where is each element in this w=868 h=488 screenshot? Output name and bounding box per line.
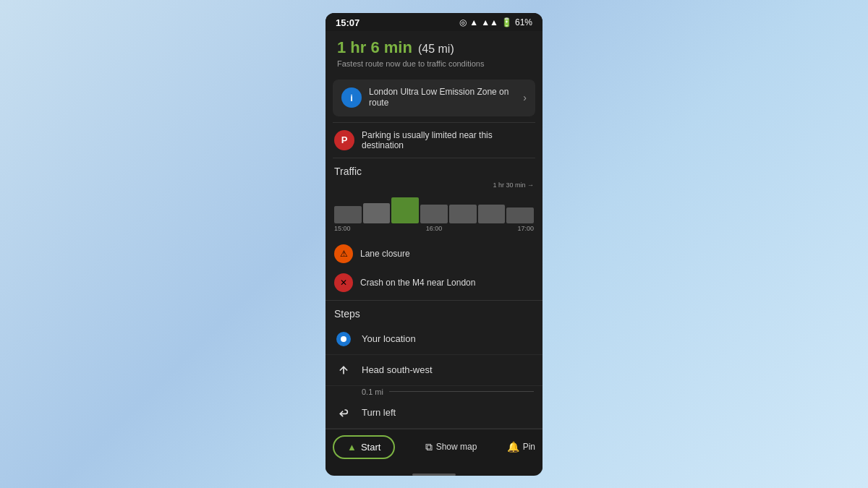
traffic-bar-7 (506, 207, 534, 223)
traffic-chart: 1 hr 30 min → 15:00 16:00 17:00 (326, 181, 542, 239)
status-time: 15:07 (336, 17, 359, 28)
parking-text: Parking is usually limited near this des… (362, 130, 534, 150)
bottom-bar: ▲ Start ⧉ Show map 🔔 Pin (326, 429, 542, 471)
distance-text: 0.1 mi (362, 388, 383, 396)
ulez-chevron-icon: › (523, 92, 527, 103)
step-row-head-sw: Head south-west (326, 355, 542, 386)
status-bar: 15:07 ◎ ▲ ▲▲ 🔋 61% (326, 13, 542, 31)
ulez-text: London Ultra Low Emission Zone on route (369, 87, 523, 109)
step-text-turn-left: Turn left (362, 407, 396, 418)
pin-icon: 🔔 (507, 441, 519, 453)
ulez-info-icon: i (341, 87, 362, 108)
traffic-section-title: Traffic (326, 158, 542, 181)
step-row-location: Your location (326, 324, 542, 355)
incident-text-2: Crash on the M4 near London (360, 278, 475, 288)
traffic-bar-1 (334, 206, 362, 223)
parking-row: P Parking is usually limited near this d… (326, 123, 542, 158)
pin-label: Pin (523, 442, 535, 452)
signal-icon: ▲▲ (481, 17, 498, 27)
show-map-label: Show map (436, 442, 477, 452)
route-header: 1 hr 6 min (45 mi) Fastest route now due… (326, 31, 542, 74)
steps-section-title: Steps (326, 300, 542, 324)
wifi-icon: ▲ (469, 17, 478, 27)
traffic-label-1500: 15:00 (334, 225, 351, 232)
traffic-label-1600: 16:00 (426, 225, 443, 232)
start-icon: ▲ (347, 442, 357, 453)
traffic-time-label: 1 hr 30 min → (493, 181, 534, 189)
distance-line (389, 391, 534, 392)
route-duration: 1 hr 6 min (337, 38, 412, 57)
location-step-icon (334, 330, 353, 348)
parking-icon: P (334, 130, 354, 150)
phone-container: 15:07 ◎ ▲ ▲▲ 🔋 61% 1 hr 6 min (45 mi) Fa… (326, 13, 542, 476)
turn-left-icon (334, 403, 353, 422)
step-text-location: Your location (362, 333, 416, 344)
incident-text-1: Lane closure (360, 249, 410, 259)
traffic-bar-2 (363, 203, 391, 223)
home-indicator (412, 474, 456, 476)
step-row-turn-left: Turn left (326, 398, 542, 429)
traffic-bar-4 (420, 205, 448, 223)
lane-closure-icon: ⚠ (334, 244, 353, 263)
status-icons: ◎ ▲ ▲▲ 🔋 61% (459, 17, 532, 27)
route-time-row: 1 hr 6 min (45 mi) (337, 38, 531, 57)
scroll-content[interactable]: 1 hr 6 min (45 mi) Fastest route now due… (326, 31, 542, 429)
show-map-icon: ⧉ (425, 441, 433, 453)
step-text-head-sw: Head south-west (362, 364, 433, 375)
traffic-bars (334, 197, 534, 223)
traffic-bar-3 (391, 197, 419, 223)
traffic-bar-6 (478, 205, 506, 223)
incident-row-1: ⚠ Lane closure (326, 239, 542, 268)
start-label: Start (361, 442, 380, 453)
route-subtitle: Fastest route now due to traffic conditi… (337, 59, 531, 68)
traffic-label-1700: 17:00 (517, 225, 534, 232)
traffic-labels: 15:00 16:00 17:00 (334, 223, 534, 236)
battery-percent: 61% (515, 17, 532, 27)
pin-button[interactable]: 🔔 Pin (507, 441, 535, 453)
distance-row: 0.1 mi (326, 386, 542, 398)
ulez-card[interactable]: i London Ultra Low Emission Zone on rout… (333, 80, 535, 116)
battery-icon: 🔋 (501, 17, 512, 27)
ulez-card-left: i London Ultra Low Emission Zone on rout… (341, 87, 523, 109)
crash-icon: ✕ (334, 273, 353, 292)
location-icon: ◎ (459, 17, 467, 27)
show-map-button[interactable]: ⧉ Show map (425, 441, 477, 453)
location-dot (336, 332, 351, 346)
start-button[interactable]: ▲ Start (333, 435, 395, 459)
head-sw-icon (334, 361, 353, 380)
route-distance: (45 mi) (418, 43, 454, 56)
incident-row-2: ✕ Crash on the M4 near London (326, 268, 542, 297)
traffic-bar-5 (449, 205, 477, 223)
